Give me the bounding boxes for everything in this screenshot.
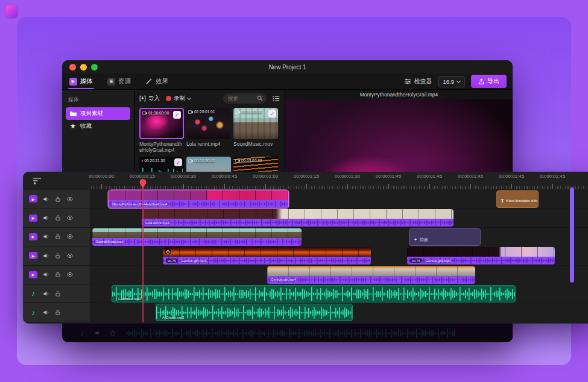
timeline-ruler[interactable]: 00:00:00:0000:00:00:1500:00:00:3000:00:0… — [90, 174, 588, 181]
export-button[interactable]: 导出 — [471, 75, 507, 88]
timeline-vertical-scrollbar[interactable] — [570, 187, 574, 283]
lock-track-button[interactable] — [55, 214, 61, 221]
timeline-video-clip[interactable]: MontyPythonandtheHolyGrail.mp4 — [109, 190, 288, 208]
sidebar-item-label: 收藏 — [80, 122, 92, 130]
tab-effects-label: 效果 — [156, 77, 168, 86]
media-tab-icon: ▶ — [69, 78, 77, 86]
ruler-timecode: 00:00:01:45 — [417, 174, 442, 179]
media-thumbnail[interactable]: 00:00:30:00✓ — [233, 108, 278, 139]
ruler-timecode: 00:00:01:45 — [458, 174, 483, 179]
mute-track-button[interactable] — [43, 290, 49, 297]
media-item-name: MontyPythonandtheHolyGrail.mp4 — [139, 141, 184, 153]
mute-track-button[interactable] — [43, 271, 49, 278]
import-button[interactable]: 导入 — [139, 95, 160, 102]
lock-track-button[interactable] — [55, 290, 61, 297]
lock-track-button[interactable] — [55, 233, 61, 240]
timeline-tracks: ▶▶▶▶▶♪♪MontyPythonandtheHolyGrail.mp4TA … — [23, 190, 588, 324]
selected-check-badge[interactable]: ✓ — [268, 110, 276, 117]
timeline-video-clip[interactable]: Lola rennt.mp4 — [142, 209, 454, 227]
track-header: ▶ — [23, 208, 90, 227]
video-camera-icon — [235, 159, 240, 163]
mute-track-button[interactable] — [43, 309, 49, 316]
media-item-name: SoundMusic.mov — [233, 141, 278, 147]
clip-filmstrip — [109, 190, 288, 200]
search-icon — [257, 95, 263, 101]
media-item[interactable]: 01:30:00:00✓MontyPythonandtheHolyGrail.m… — [139, 108, 184, 153]
speaker-icon — [95, 330, 101, 336]
tab-resources[interactable]: ▣ 资源 — [100, 74, 138, 89]
inspector-button[interactable]: 检查器 — [404, 77, 432, 86]
clip-filmstrip — [407, 247, 555, 257]
playhead-line[interactable] — [142, 186, 144, 322]
clip-name-label: SoundMusic.mov — [96, 240, 124, 243]
video-camera-icon — [142, 111, 147, 115]
playhead-handle[interactable] — [140, 179, 147, 188]
toggle-visibility-button[interactable] — [66, 196, 74, 202]
clip-name-label: Gladiator.mp3 — [118, 297, 141, 301]
media-thumbnail[interactable]: 02:20:01:01 — [186, 108, 231, 139]
search-input[interactable] — [227, 95, 257, 102]
effect-clip-content: ✦特效 — [414, 237, 428, 243]
clip-audio-strip: x0.75Genius girl.mp4 — [163, 257, 371, 265]
titlebar: New Project 1 — [62, 60, 513, 74]
clip-duration-text: 00:03:00:30 — [241, 158, 262, 163]
resources-tab-icon: ▣ — [107, 78, 115, 86]
timeline-audio-clip[interactable]: A-Group.mp3 — [156, 304, 353, 321]
lock-track-button[interactable] — [55, 196, 61, 202]
aspect-ratio-button[interactable]: 16:9 — [438, 76, 466, 87]
record-button[interactable]: 录制 — [166, 95, 191, 102]
clip-name-label: A brief description of the — [506, 199, 537, 202]
media-item-name: Lola rennt.mp4 — [186, 141, 231, 147]
media-thumbnail[interactable]: 01:30:00:00✓ — [139, 108, 184, 139]
selected-check-badge[interactable]: ✓ — [174, 158, 182, 166]
tab-effects[interactable]: 效果 — [138, 74, 175, 89]
toggle-visibility-button[interactable] — [66, 214, 74, 221]
sidebar-item-favorites[interactable]: ★ 收藏 — [66, 120, 130, 133]
toggle-visibility-button[interactable] — [66, 252, 74, 259]
import-label: 导入 — [148, 95, 160, 102]
media-toolbar: 导入 录制 — [134, 90, 285, 107]
tab-media[interactable]: ▶ 媒体 — [62, 74, 100, 89]
purple-backdrop: New Project 1 ▶ 媒体 ▣ 资源 效果 — [0, 0, 588, 382]
lock-track-button[interactable] — [55, 309, 61, 316]
selected-check-badge[interactable]: ✓ — [173, 111, 181, 119]
media-item[interactable]: 02:20:01:01Lola rennt.mp4 — [186, 108, 231, 153]
timeline-audio-clip[interactable]: Gladiator.mp3 — [112, 285, 516, 302]
sidebar-item-project-assets[interactable]: 项目素材 — [66, 107, 130, 120]
media-item[interactable]: 00:00:30:00✓SoundMusic.mov — [233, 108, 278, 153]
timeline-video-clip[interactable]: SoundMusic.mov — [92, 228, 302, 246]
clip-audio-strip: x0.75Genius girl.mp4 — [407, 257, 555, 265]
lock-track-button[interactable] — [55, 252, 61, 259]
toggle-visibility-button[interactable] — [66, 271, 74, 278]
clip-duration-text: 00:00:30:00 — [194, 158, 215, 163]
mute-track-button[interactable] — [43, 252, 49, 259]
timeline-video-clip[interactable]: x0.75Genius girl.mp4 — [163, 247, 371, 265]
app-logo-badge — [5, 5, 17, 17]
video-camera-icon — [188, 110, 193, 114]
music-note-icon: ♪ — [29, 289, 37, 298]
lock-track-button[interactable] — [55, 271, 61, 278]
timeline-video-clip[interactable]: x0.75Genius girl.mp4 — [407, 247, 555, 265]
tab-resources-label: 资源 — [118, 77, 131, 86]
add-track-icon[interactable] — [33, 177, 42, 184]
text-clip-content: TA brief description of the — [501, 198, 537, 204]
mute-track-button[interactable] — [43, 214, 49, 221]
clip-audio-strip: Lola rennt.mp4 — [142, 219, 454, 227]
list-view-icon[interactable] — [273, 95, 280, 102]
ruler-timecode: 00:00:01:15 — [294, 174, 319, 179]
video-track-icon: ▶ — [29, 271, 37, 278]
clip-name-label: Genius girl.mp4 — [181, 259, 206, 263]
export-label: 导出 — [487, 77, 499, 86]
mute-track-button[interactable] — [43, 233, 49, 240]
toolbar-right: 检查器 16:9 导出 — [404, 75, 513, 88]
timeline-effect-clip[interactable]: ✦特效 — [409, 228, 481, 246]
ruler-major-ticks — [101, 184, 588, 189]
ruler-timecode: 00:00:01:00 — [253, 174, 278, 179]
toggle-visibility-button[interactable] — [66, 233, 74, 240]
clip-duration-badge: 00:00:30:00 — [188, 158, 215, 163]
timeline-video-clip[interactable]: Genius girl.mp4 — [267, 266, 475, 284]
import-icon — [139, 95, 146, 102]
mute-track-button[interactable] — [43, 196, 49, 202]
export-icon — [478, 78, 484, 85]
timeline-text-clip[interactable]: TA brief description of the — [496, 190, 539, 208]
